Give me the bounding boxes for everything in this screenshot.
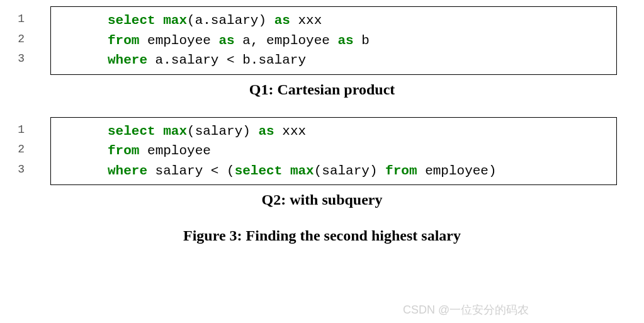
- code-block-q1: 1 select max(a.salary) as xxx 2 from emp…: [50, 6, 617, 75]
- line-number: 2: [12, 141, 25, 158]
- q2-line-1: 1 select max(salary) as xxx: [59, 122, 609, 142]
- code-text: select max(a.salary) as xxx: [59, 11, 322, 31]
- q1-caption: Q1: Cartesian product: [13, 81, 631, 98]
- q2-line-2: 2 from employee: [59, 141, 609, 161]
- code-text: from employee as a, employee as b: [59, 31, 370, 51]
- q2-line-3: 3 where salary < (select max(salary) fro…: [59, 161, 609, 181]
- q1-line-2: 2 from employee as a, employee as b: [59, 31, 609, 51]
- code-text: where a.salary < b.salary: [59, 50, 306, 71]
- line-number: 1: [12, 11, 25, 28]
- figure-caption: Figure 3: Finding the second highest sal…: [13, 227, 631, 244]
- code-text: select max(salary) as xxx: [59, 122, 306, 142]
- line-number: 1: [12, 122, 25, 139]
- q2-caption: Q2: with subquery: [13, 191, 631, 208]
- q1-line-3: 3 where a.salary < b.salary: [59, 50, 609, 71]
- line-number: 3: [12, 161, 25, 178]
- line-number: 2: [12, 31, 25, 48]
- q1-line-1: 1 select max(a.salary) as xxx: [59, 11, 609, 31]
- line-number: 3: [12, 50, 25, 67]
- code-block-q2: 1 select max(salary) as xxx 2 from emplo…: [50, 117, 617, 186]
- code-text: from employee: [59, 141, 211, 161]
- code-text: where salary < (select max(salary) from …: [59, 161, 497, 181]
